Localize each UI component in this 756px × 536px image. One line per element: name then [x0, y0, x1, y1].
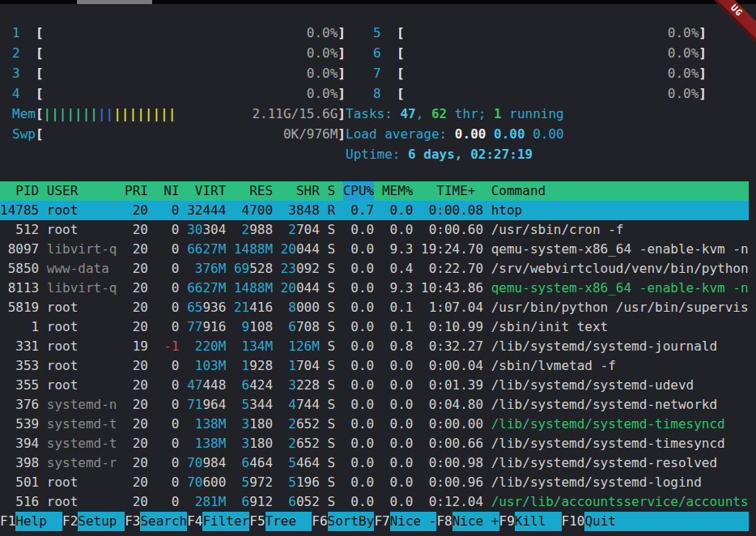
cell-shr: 23092: [281, 259, 320, 279]
cell-shr-highlight: 5: [288, 474, 296, 490]
column-header-s[interactable]: S: [327, 181, 335, 201]
table-row[interactable]: 14785root2003244447003848R0.70.00:00.08h…: [0, 201, 749, 220]
table-row[interactable]: 331root19-1220M134M126MS0.00.80:32.27/li…: [0, 337, 749, 356]
cell-virt-highlight: 47: [187, 377, 202, 393]
cell-pid: 5819: [0, 298, 39, 317]
fkey-f7-button[interactable]: Nice -: [390, 512, 437, 531]
fkey-f10-number: F10: [562, 512, 585, 531]
cpu-meter-4: 4[0.0%]: [12, 83, 346, 104]
meter-close-bracket: ]: [338, 23, 346, 43]
table-row[interactable]: 1root2007791691086708S0.00.10:10.99/sbin…: [0, 317, 749, 337]
fkey-f2-button[interactable]: Setup: [78, 512, 125, 531]
cell-time: 0:00.98: [421, 453, 483, 473]
cell-user: libvirt-q: [47, 240, 117, 259]
cell-virt-highlight: 281M: [195, 494, 227, 509]
cell-virt: 65936: [187, 298, 226, 317]
fkey-f3-button[interactable]: Search: [140, 512, 187, 531]
cell-virt-highlight: 6627M: [187, 241, 226, 257]
column-header-ni[interactable]: NI: [156, 181, 180, 201]
column-header-pri[interactable]: PRI: [125, 181, 148, 201]
meter-open-bracket: [: [397, 83, 405, 104]
column-header-pid[interactable]: PID: [0, 181, 39, 201]
cell-pri: 20: [125, 415, 148, 434]
table-row[interactable]: 512root2003030429882704S0.00.00:00.60/us…: [0, 220, 749, 240]
fkey-f3-number: F3: [125, 512, 140, 531]
cell-state: S: [327, 492, 335, 512]
meter-close-bracket: ]: [699, 63, 707, 83]
cell-cpu-percent: 0.0: [343, 492, 375, 512]
cpu-meter-label: 2: [12, 43, 36, 63]
table-row[interactable]: 5850www-data200376M6952823092S0.00.40:22…: [0, 259, 749, 279]
cell-res-rest: 528: [249, 261, 273, 276]
table-row[interactable]: 355root2004744864243228S0.00.00:01.39/li…: [0, 376, 749, 395]
column-header-time[interactable]: TIME+: [421, 181, 483, 201]
table-row[interactable]: 376systemd-n2007196453444744S0.00.00:04.…: [0, 395, 749, 415]
meter-empty-space: [405, 43, 668, 63]
fkey-f8-button[interactable]: Nice +: [452, 512, 499, 531]
table-row[interactable]: 539systemd-t200138M31802652S0.00.00:00.0…: [0, 415, 749, 434]
table-row[interactable]: 8097libvirt-q2006627M1488M20044S0.09.319…: [0, 240, 749, 259]
table-row[interactable]: 8113libvirt-q2006627M1488M20044S0.09.310…: [0, 279, 749, 298]
fkey-f5-button[interactable]: Tree: [265, 512, 312, 531]
fkey-f6-button[interactable]: SortBy: [328, 512, 375, 531]
table-row[interactable]: 501root2007060059725196S0.00.00:00.96/li…: [0, 473, 749, 492]
fkey-f10-button[interactable]: Quit: [584, 512, 749, 531]
cell-virt: 138M: [187, 434, 226, 453]
cell-user: root: [47, 337, 117, 356]
cell-ni: 0: [156, 201, 180, 220]
text-segment: [486, 126, 494, 142]
column-header-res[interactable]: RES: [234, 181, 273, 201]
cell-mem-percent: 0.0: [382, 220, 414, 240]
meter-open-bracket: [: [36, 23, 44, 43]
fkey-f4-button[interactable]: Filter: [202, 512, 249, 531]
table-row[interactable]: 516root200281M69126052S0.00.00:12.04/usr…: [0, 492, 749, 512]
table-row[interactable]: 353root200103M19281704S0.00.00:00.04/sbi…: [0, 356, 749, 376]
table-row[interactable]: 394systemd-t200138M31802652S0.00.00:00.6…: [0, 434, 749, 453]
column-header-user[interactable]: USER: [47, 181, 117, 201]
cell-shr-highlight: 6: [288, 494, 296, 509]
cell-res: 3180: [234, 434, 273, 453]
column-header-virt[interactable]: VIRT: [187, 181, 226, 201]
fkey-f7-number: F7: [374, 512, 389, 531]
cell-time: 0:00.08: [421, 201, 483, 220]
cell-ni: 0: [156, 220, 180, 240]
fkey-f1-button[interactable]: Help: [15, 512, 62, 531]
cell-shr-highlight: 6: [288, 319, 296, 334]
cell-shr: 5196: [281, 473, 320, 492]
meter-empty-space: [176, 104, 252, 124]
meter-close-bracket: ]: [338, 63, 346, 83]
cell-mem-percent: 0.0: [382, 201, 414, 220]
table-row[interactable]: 398systemd-r2007098464645464S0.00.00:00.…: [0, 453, 749, 473]
column-header-cpu[interactable]: CPU%: [343, 181, 375, 201]
cell-pri: 20: [125, 201, 148, 220]
meter-row: 2[0.0%]6[0.0%]: [12, 43, 756, 63]
column-header-mem[interactable]: MEM%: [382, 181, 414, 201]
cell-time: 1:07.04: [421, 298, 483, 317]
cell-pri: 20: [125, 220, 148, 240]
cell-virt-highlight: 30: [187, 222, 202, 237]
window-top-tab[interactable]: [77, 0, 152, 4]
cell-time: 0:00.60: [421, 220, 483, 240]
cell-virt: 220M: [187, 337, 226, 356]
fkey-f9-button[interactable]: Kill: [515, 512, 562, 531]
column-header-shr[interactable]: SHR: [281, 181, 320, 201]
fkey-f6-number: F6: [312, 512, 327, 531]
cell-time: 0:00.04: [421, 356, 483, 376]
cell-shr-rest: 704: [296, 358, 320, 373]
text-segment: running: [502, 106, 564, 121]
cpu-meter-6: 6[0.0%]: [373, 43, 707, 63]
cell-cpu-percent: 0.0: [343, 473, 375, 492]
cell-virt: 103M: [187, 356, 226, 376]
cell-time: 0:01.39: [421, 376, 483, 395]
cpu-meter-8: 8[0.0%]: [373, 83, 707, 104]
cpu-meter-1: 1[0.0%]: [12, 23, 346, 43]
text-segment: thr;: [447, 106, 494, 121]
table-row[interactable]: 5819root20065936214168000S0.00.11:07.04/…: [0, 298, 749, 317]
cell-cpu-percent: 0.0: [343, 376, 375, 395]
cell-cpu-percent: 0.0: [343, 298, 375, 317]
cell-virt: 70984: [187, 453, 226, 473]
cell-time: 0:00.00: [421, 415, 483, 434]
column-header-cmd[interactable]: Command: [491, 181, 749, 201]
cell-cpu-percent: 0.0: [343, 356, 375, 376]
cell-state: S: [327, 317, 335, 337]
